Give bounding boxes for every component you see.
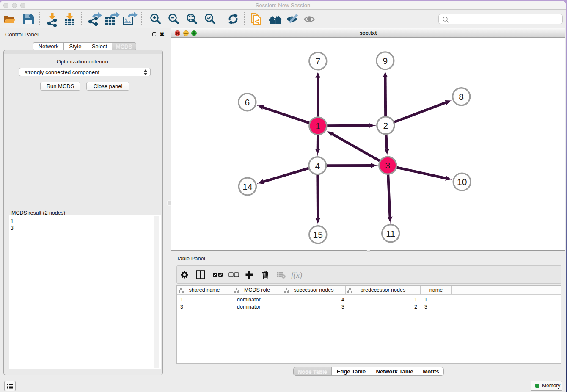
- svg-text:14: 14: [242, 182, 253, 191]
- svg-text:2: 2: [383, 121, 388, 130]
- svg-text:4: 4: [315, 161, 320, 171]
- svg-text:3: 3: [385, 160, 390, 170]
- svg-text:15: 15: [313, 230, 323, 240]
- svg-text:8: 8: [459, 92, 464, 102]
- svg-text:10: 10: [457, 177, 467, 187]
- svg-text:1: 1: [315, 121, 320, 131]
- svg-text:9: 9: [383, 56, 388, 66]
- svg-text:f(x): f(x): [291, 271, 302, 280]
- svg-text:6: 6: [245, 97, 250, 107]
- svg-text:11: 11: [386, 229, 395, 238]
- svg-text:7: 7: [315, 56, 320, 66]
